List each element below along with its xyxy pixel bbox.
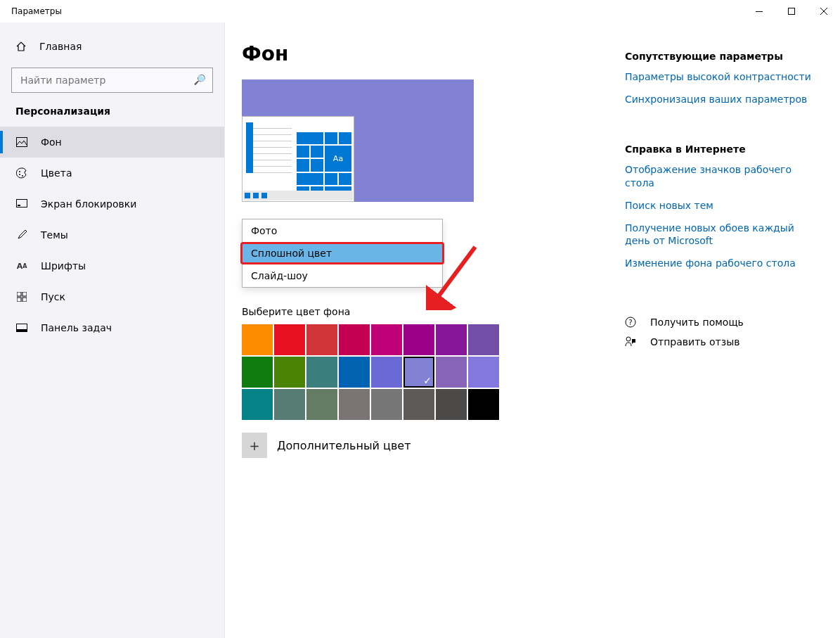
sidebar-item-label: Темы bbox=[41, 229, 68, 241]
titlebar: Параметры bbox=[0, 0, 840, 23]
dropdown-option-solid-color[interactable]: Сплошной цвет bbox=[243, 242, 442, 264]
link-daily-wallpaper[interactable]: Получение новых обоев каждый день от Mic… bbox=[625, 222, 815, 247]
svg-rect-11 bbox=[22, 292, 27, 296]
feedback-icon bbox=[625, 336, 640, 347]
close-button[interactable] bbox=[808, 0, 840, 23]
window-title: Параметры bbox=[11, 6, 62, 16]
dropdown-option-slideshow[interactable]: Слайд-шоу bbox=[243, 264, 442, 287]
sidebar-item-fonts[interactable]: AA Шрифты bbox=[0, 250, 224, 281]
svg-point-19 bbox=[626, 337, 631, 341]
page-title: Фон bbox=[242, 42, 625, 65]
color-swatch[interactable] bbox=[371, 389, 402, 420]
sidebar-home-label: Главная bbox=[39, 41, 82, 52]
color-swatch-grid bbox=[242, 324, 625, 420]
svg-rect-10 bbox=[17, 292, 21, 296]
brush-icon bbox=[15, 229, 28, 241]
color-swatch[interactable] bbox=[306, 389, 337, 420]
link-find-themes[interactable]: Поиск новых тем bbox=[625, 199, 815, 212]
color-swatch[interactable] bbox=[371, 324, 402, 355]
color-swatch[interactable] bbox=[468, 357, 499, 388]
sidebar-item-label: Экран блокировки bbox=[41, 198, 136, 210]
sidebar: Главная 🔍 Персонализация Фон Цвета Экран… bbox=[0, 23, 225, 638]
svg-rect-13 bbox=[22, 298, 27, 302]
maximize-button[interactable] bbox=[775, 0, 808, 23]
sidebar-item-taskbar[interactable]: Панель задач bbox=[0, 312, 224, 343]
sidebar-item-label: Шрифты bbox=[41, 260, 86, 272]
svg-rect-0 bbox=[756, 11, 763, 12]
font-icon: AA bbox=[15, 262, 28, 271]
color-swatch[interactable] bbox=[242, 357, 273, 388]
sidebar-item-start[interactable]: Пуск bbox=[0, 281, 224, 312]
color-swatch[interactable] bbox=[436, 357, 467, 388]
svg-rect-9 bbox=[18, 205, 20, 206]
color-swatch[interactable] bbox=[339, 389, 370, 420]
color-swatch[interactable] bbox=[306, 324, 337, 355]
color-swatch[interactable] bbox=[306, 357, 337, 388]
search-icon: 🔍 bbox=[194, 74, 206, 85]
custom-color-button[interactable]: + bbox=[242, 433, 267, 458]
search-input[interactable] bbox=[11, 68, 213, 93]
feedback-link[interactable]: Отправить отзыв bbox=[625, 336, 815, 347]
home-icon bbox=[15, 41, 28, 52]
lockscreen-icon bbox=[15, 199, 28, 209]
background-preview: Aa bbox=[242, 79, 474, 202]
svg-rect-15 bbox=[17, 329, 27, 331]
sidebar-home[interactable]: Главная bbox=[0, 34, 224, 59]
link-high-contrast[interactable]: Параметры высокой контрастности bbox=[625, 70, 815, 83]
help-icon: ? bbox=[625, 317, 640, 328]
sidebar-item-colors[interactable]: Цвета bbox=[0, 158, 224, 189]
svg-point-5 bbox=[19, 171, 20, 172]
background-type-dropdown[interactable]: Фото Сплошной цвет Слайд-шоу bbox=[242, 219, 443, 288]
color-swatch[interactable] bbox=[274, 389, 305, 420]
sidebar-item-label: Пуск bbox=[41, 291, 65, 302]
sidebar-item-lockscreen[interactable]: Экран блокировки bbox=[0, 189, 224, 219]
sidebar-item-themes[interactable]: Темы bbox=[0, 219, 224, 250]
color-swatch[interactable] bbox=[436, 324, 467, 355]
color-swatch[interactable] bbox=[242, 324, 273, 355]
link-change-background[interactable]: Изменение фона рабочего стола bbox=[625, 257, 815, 269]
taskbar-icon bbox=[15, 324, 28, 332]
related-heading: Сопутствующие параметры bbox=[625, 51, 815, 62]
link-desktop-icons[interactable]: Отображение значков рабочего стола bbox=[625, 163, 815, 189]
sidebar-item-background[interactable]: Фон bbox=[0, 127, 224, 158]
sidebar-item-label: Панель задач bbox=[41, 322, 112, 333]
custom-color-label: Дополнительный цвет bbox=[277, 439, 411, 452]
color-swatch[interactable] bbox=[403, 357, 434, 388]
svg-rect-12 bbox=[17, 298, 21, 302]
color-swatch[interactable] bbox=[371, 357, 402, 388]
help-heading: Справка в Интернете bbox=[625, 143, 815, 155]
color-swatch[interactable] bbox=[339, 357, 370, 388]
sidebar-section-title: Персонализация bbox=[0, 106, 224, 127]
get-help-link[interactable]: ? Получить помощь bbox=[625, 317, 815, 328]
preview-sample-text: Aa bbox=[325, 146, 351, 171]
start-icon bbox=[15, 292, 28, 302]
color-swatch[interactable] bbox=[468, 389, 499, 420]
swatch-label: Выберите цвет фона bbox=[242, 306, 625, 317]
svg-rect-1 bbox=[789, 8, 795, 15]
picture-icon bbox=[15, 137, 28, 147]
feedback-label: Отправить отзыв bbox=[650, 336, 739, 347]
svg-point-6 bbox=[19, 174, 20, 175]
color-swatch[interactable] bbox=[403, 324, 434, 355]
color-swatch[interactable] bbox=[403, 389, 434, 420]
dropdown-option-photo[interactable]: Фото bbox=[243, 219, 442, 242]
sidebar-item-label: Фон bbox=[41, 136, 62, 148]
svg-text:?: ? bbox=[628, 319, 632, 326]
svg-rect-4 bbox=[17, 138, 27, 147]
sidebar-item-label: Цвета bbox=[41, 167, 72, 179]
minimize-button[interactable] bbox=[743, 0, 775, 23]
link-sync-settings[interactable]: Синхронизация ваших параметров bbox=[625, 93, 815, 106]
palette-icon bbox=[15, 167, 28, 179]
color-swatch[interactable] bbox=[242, 389, 273, 420]
svg-point-7 bbox=[22, 175, 23, 177]
color-swatch[interactable] bbox=[274, 357, 305, 388]
color-swatch[interactable] bbox=[468, 324, 499, 355]
get-help-label: Получить помощь bbox=[650, 317, 744, 328]
color-swatch[interactable] bbox=[339, 324, 370, 355]
color-swatch[interactable] bbox=[436, 389, 467, 420]
window-controls bbox=[743, 0, 840, 23]
color-swatch[interactable] bbox=[274, 324, 305, 355]
